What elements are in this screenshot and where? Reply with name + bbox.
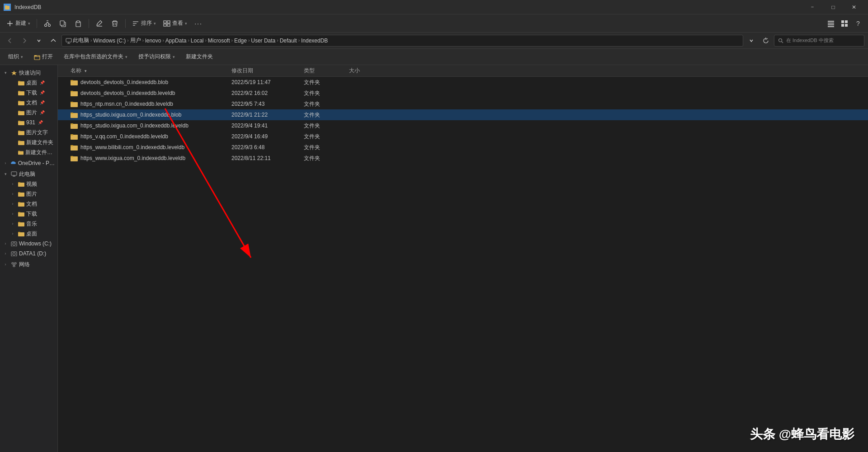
table-row[interactable]: devtools_devtools_0.indexeddb.blob 2022/… — [58, 77, 868, 88]
svg-rect-47 — [18, 121, 20, 122]
delete-button[interactable] — [108, 17, 122, 30]
dropdown-locations-button[interactable] — [745, 34, 758, 47]
sidebar-item-newfolder-1[interactable]: 新建文件夹 — [7, 137, 57, 147]
refresh-button[interactable] — [760, 34, 772, 47]
minimize-button[interactable]: － — [802, 0, 823, 14]
details-view-button[interactable] — [825, 17, 837, 30]
large-icons-button[interactable] — [838, 17, 851, 30]
header-size[interactable]: 大小 — [349, 67, 394, 75]
access-control-button[interactable]: 授予访问权限 ▾ — [134, 51, 179, 63]
onedrive-expand-icon: › — [2, 160, 9, 167]
forward-icon — [21, 38, 28, 44]
sidebar-item-downloads-2[interactable]: › 下载 — [7, 209, 57, 219]
svg-rect-37 — [34, 55, 37, 56]
sort-button[interactable]: 排序 ▾ — [129, 17, 159, 30]
network-item[interactable]: › 网络 — [0, 259, 57, 269]
svg-rect-20 — [167, 21, 170, 23]
table-row[interactable]: https_studio.ixigua.com_0.indexeddb.leve… — [58, 120, 868, 131]
svg-rect-67 — [18, 232, 24, 236]
header-date[interactable]: 修改日期 — [231, 67, 304, 75]
breadcrumb-thispc[interactable]: 此电脑 — [73, 37, 89, 44]
cut-icon — [44, 20, 51, 27]
svg-rect-68 — [18, 232, 20, 233]
sidebar-item-desktop-1[interactable]: 桌面 📌 — [7, 78, 57, 88]
new-folder-button[interactable]: 新建文件夹 — [181, 51, 217, 63]
copy-button[interactable] — [56, 17, 70, 30]
rename-button[interactable] — [93, 17, 106, 30]
breadcrumb-userdata[interactable]: User Data — [251, 38, 275, 44]
sidebar-item-music[interactable]: › 音乐 — [7, 219, 57, 229]
sidebar-item-downloads-1[interactable]: 下载 📌 — [7, 88, 57, 98]
view-button[interactable]: 查看 ▾ — [160, 17, 190, 30]
svg-rect-39 — [18, 81, 20, 82]
title-bar: IndexedDB － □ ✕ — [0, 0, 868, 14]
breadcrumb-edge[interactable]: Edge — [234, 38, 247, 44]
svg-rect-75 — [13, 265, 15, 267]
svg-rect-48 — [18, 131, 24, 135]
breadcrumb-lenovo[interactable]: lenovo — [145, 38, 161, 44]
table-row[interactable]: https_ntp.msn.cn_0.indexeddb.leveldb 202… — [58, 99, 868, 109]
table-row[interactable]: https_studio.ixigua.com_0.indexeddb.blob… — [58, 109, 868, 120]
more-button[interactable]: ··· — [192, 17, 205, 30]
network-label: 网络 — [19, 261, 30, 268]
this-pc-item[interactable]: ▾ 此电脑 — [0, 169, 57, 179]
breadcrumb-microsoft[interactable]: Microsoft — [208, 38, 230, 44]
sidebar-item-windows-c[interactable]: › Windows (C:) — [0, 239, 57, 249]
forward-button[interactable] — [18, 34, 31, 47]
open-button[interactable]: 打开 — [29, 51, 57, 63]
organize-button[interactable]: 组织 ▾ — [4, 51, 28, 63]
svg-rect-1 — [5, 5, 7, 6]
sidebar-item-docs-1[interactable]: 文档 📌 — [7, 98, 57, 108]
up-button[interactable] — [47, 34, 60, 47]
svg-rect-63 — [18, 212, 24, 217]
breadcrumb-users[interactable]: 用户 — [130, 37, 141, 44]
breadcrumb-c[interactable]: Windows (C:) — [93, 38, 126, 44]
sidebar-item-pics-2[interactable]: › 图片 — [7, 189, 57, 199]
paste-button[interactable] — [71, 17, 85, 30]
header-type[interactable]: 类型 — [304, 67, 349, 75]
file-list[interactable]: devtools_devtools_0.indexeddb.blob 2022/… — [58, 77, 868, 452]
actions-bar: 组织 ▾ 打开 在库中包含所选的文件夹 ▾ 授予访问权限 ▾ 新建文件夹 — [0, 49, 868, 65]
cut-button[interactable] — [41, 17, 54, 30]
svg-rect-64 — [18, 212, 20, 213]
breadcrumb-default[interactable]: Default — [280, 38, 297, 44]
network-section: › 网络 — [0, 259, 57, 269]
quick-access-header[interactable]: ▾ 快速访问 — [0, 68, 57, 78]
table-row[interactable]: https_v.qq.com_0.indexeddb.leveldb 2022/… — [58, 131, 868, 142]
sidebar-item-pic-text[interactable]: 图片文字 — [7, 127, 57, 137]
back-button[interactable] — [4, 34, 16, 47]
pics-folder-icon-2 — [18, 191, 24, 197]
include-in-library-button[interactable]: 在库中包含所选的文件夹 ▾ — [59, 51, 132, 63]
breadcrumb-appdata[interactable]: AppData — [165, 38, 187, 44]
dropdown-button[interactable] — [33, 34, 45, 47]
app-icon — [4, 4, 11, 11]
separator-2 — [89, 19, 89, 28]
sidebar-item-desktop-2[interactable]: › 桌面 — [7, 229, 57, 239]
svg-rect-22 — [167, 24, 170, 26]
header-name[interactable]: 名称 ▾ — [60, 67, 231, 75]
sidebar-item-newfolder-3[interactable]: 新建文件夹 (3) — [7, 147, 57, 157]
breadcrumb-local[interactable]: Local — [191, 38, 204, 44]
sidebar-item-931[interactable]: 931 📌 — [7, 118, 57, 127]
breadcrumb-bar[interactable]: 此电脑 › Windows (C:) › 用户 › lenovo › AppDa… — [61, 35, 743, 47]
search-box[interactable]: 在 IndexedDB 中搜索 — [774, 35, 864, 47]
table-row[interactable]: https_www.bilibili.com_0.indexeddb.level… — [58, 142, 868, 153]
network-icon — [11, 262, 17, 267]
sidebar-item-docs-2[interactable]: › 文档 — [7, 199, 57, 209]
sidebar-item-pics-1[interactable]: 图片 📌 — [7, 108, 57, 118]
this-pc-icon — [11, 171, 17, 177]
table-row[interactable]: devtools_devtools_0.indexeddb.leveldb 20… — [58, 88, 868, 99]
onedrive-item[interactable]: › OneDrive - Person — [0, 158, 57, 168]
svg-rect-45 — [18, 111, 20, 112]
locations-dropdown-icon — [749, 38, 754, 43]
sidebar-item-data1-d[interactable]: › DATA1 (D:) — [0, 249, 57, 259]
new-button[interactable]: 新建 ▾ — [4, 17, 33, 30]
svg-rect-74 — [14, 263, 16, 264]
folder-icon — [71, 112, 78, 118]
table-row[interactable]: https_www.ixigua.com_0.indexeddb.leveldb… — [58, 153, 868, 164]
maximize-button[interactable]: □ — [823, 0, 844, 14]
sidebar-item-video[interactable]: › 视频 — [7, 179, 57, 189]
breadcrumb-indexeddb[interactable]: IndexedDB — [301, 38, 328, 44]
help-button[interactable]: ? — [852, 17, 864, 30]
close-button[interactable]: ✕ — [844, 0, 864, 14]
